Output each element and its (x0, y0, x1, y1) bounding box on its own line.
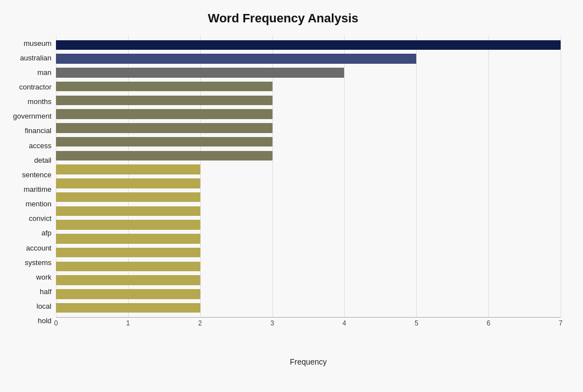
bar (56, 220, 200, 229)
bar (56, 123, 272, 133)
bar (56, 248, 200, 257)
y-label: systems (25, 259, 51, 266)
x-axis: 01234567 (56, 317, 561, 333)
y-label: contractor (19, 83, 51, 91)
bar (56, 54, 416, 63)
y-label: mention (26, 200, 51, 207)
x-tick: 6 (487, 319, 491, 327)
x-tick: 4 (342, 319, 346, 327)
bar (56, 164, 200, 174)
bar-row (56, 190, 561, 204)
bar-row (56, 232, 561, 246)
y-label: sentence (22, 171, 51, 178)
bar (56, 289, 200, 299)
bar (56, 206, 200, 216)
bar-row (56, 218, 561, 232)
bar-row (56, 66, 561, 80)
bar (56, 151, 272, 160)
x-tick: 1 (126, 319, 130, 327)
bar-row (56, 163, 561, 177)
bar (56, 137, 272, 147)
bar-row (56, 273, 561, 287)
bar (56, 68, 344, 77)
bar (56, 275, 200, 285)
chart-container: Word Frequency Analysis museumaustralian… (0, 0, 583, 392)
y-label: afp (41, 229, 51, 237)
bar (56, 40, 561, 50)
bar-row (56, 149, 561, 163)
y-label: government (13, 112, 51, 120)
x-tick: 7 (559, 319, 563, 327)
bar (56, 234, 200, 243)
x-tick: 5 (415, 319, 419, 327)
y-label: museum (23, 40, 51, 47)
x-tick: 2 (198, 319, 202, 327)
y-label: maritime (23, 186, 51, 193)
y-labels: museumaustralianmancontractormonthsgover… (6, 36, 56, 344)
chart-area: museumaustralianmancontractormonthsgover… (6, 36, 561, 344)
y-label: man (37, 69, 51, 76)
bar-row (56, 52, 561, 66)
y-label: hold (37, 317, 51, 324)
axis-line (56, 317, 561, 318)
bar-row (56, 177, 561, 191)
bar (56, 96, 272, 105)
y-label: financial (25, 127, 51, 134)
y-label: detail (34, 157, 51, 164)
bar-row (56, 301, 561, 315)
bar-row (56, 287, 561, 301)
y-label: access (29, 142, 51, 149)
y-label: local (36, 303, 51, 310)
x-axis-label: Frequency (290, 357, 327, 366)
bars-wrapper (56, 36, 561, 317)
bar-row (56, 38, 561, 52)
x-tick: 3 (270, 319, 274, 327)
x-tick: 0 (54, 319, 58, 327)
bar-row (56, 107, 561, 121)
y-label: australian (20, 54, 51, 62)
y-label: work (36, 273, 51, 281)
chart-title: Word Frequency Analysis (6, 11, 561, 26)
bar-row (56, 93, 561, 107)
y-label: half (40, 288, 51, 295)
bar-row (56, 204, 561, 218)
bars-and-xaxis: 01234567 Frequency (56, 36, 561, 344)
bar-row (56, 245, 561, 259)
bars-inner (56, 36, 561, 317)
y-label: convict (29, 215, 51, 222)
y-label: account (26, 244, 51, 252)
bar (56, 178, 200, 188)
bar (56, 192, 200, 202)
bar-row (56, 121, 561, 135)
bar (56, 82, 272, 91)
bar (56, 303, 200, 313)
grid-line (561, 36, 561, 317)
bar (56, 109, 272, 119)
bar-row (56, 79, 561, 93)
bar (56, 262, 200, 271)
y-label: months (27, 98, 51, 105)
bar-row (56, 259, 561, 273)
bar-row (56, 135, 561, 149)
